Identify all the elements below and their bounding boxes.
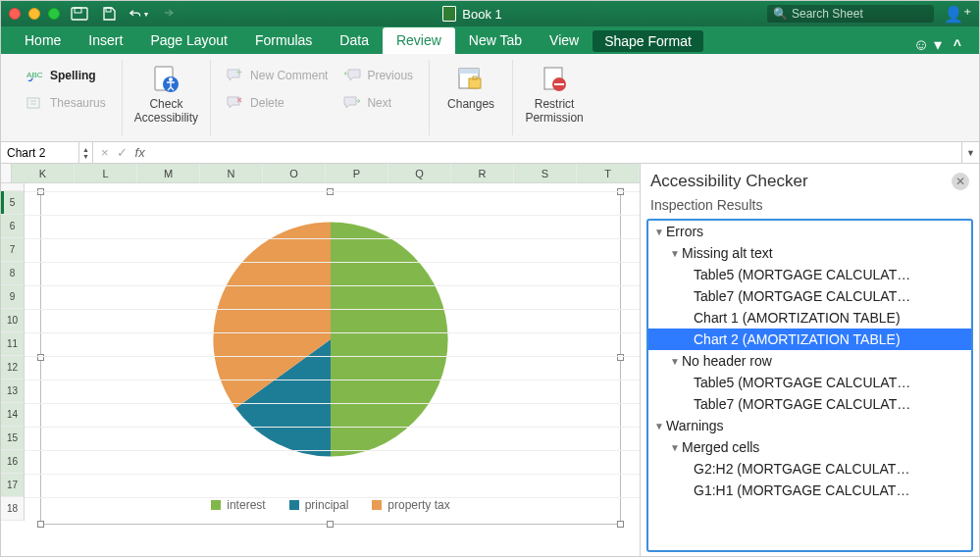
row-header[interactable]: 11: [1, 332, 24, 356]
column-header[interactable]: T: [577, 164, 640, 182]
column-header[interactable]: M: [137, 164, 200, 182]
column-header[interactable]: N: [200, 164, 263, 182]
column-header[interactable]: Q: [388, 164, 451, 182]
column-header[interactable]: K: [12, 164, 75, 182]
enter-formula-icon[interactable]: ✓: [117, 145, 128, 160]
tree-group[interactable]: ▼Warnings: [648, 415, 971, 436]
row-header[interactable]: 5: [1, 191, 24, 215]
tree-item[interactable]: G2:H2 (MORTGAGE CALCULAT…: [648, 458, 971, 480]
row-header[interactable]: 18: [1, 497, 24, 521]
undo-icon[interactable]: ▾: [129, 5, 148, 23]
autosave-icon[interactable]: [70, 5, 89, 23]
legend-item[interactable]: property tax: [372, 498, 449, 512]
restrict-permission-button[interactable]: Restrict Permission: [525, 60, 584, 126]
tab-review[interactable]: Review: [383, 27, 455, 54]
disclosure-triangle-icon[interactable]: ▼: [670, 356, 680, 367]
row-header[interactable]: 16: [1, 450, 24, 474]
tree-item[interactable]: Table5 (MORTGAGE CALCULAT…: [648, 372, 971, 393]
changes-button[interactable]: Changes: [441, 60, 500, 112]
tab-insert[interactable]: Insert: [75, 27, 136, 54]
disclosure-triangle-icon[interactable]: ▼: [670, 248, 680, 259]
tree-item[interactable]: Table5 (MORTGAGE CALCULAT…: [648, 264, 971, 285]
legend-item[interactable]: principal: [289, 498, 349, 512]
worksheet[interactable]: KLMNOPQRST 56789101112131415161718 inter…: [1, 164, 640, 557]
resize-handle[interactable]: [617, 521, 624, 528]
row-header[interactable]: 15: [1, 427, 24, 450]
row-header[interactable]: 9: [1, 285, 24, 309]
formula-input[interactable]: [153, 142, 961, 163]
legend-item[interactable]: interest: [211, 498, 265, 512]
tree-item[interactable]: G1:H1 (MORTGAGE CALCULAT…: [648, 480, 971, 501]
column-header[interactable]: L: [75, 164, 137, 182]
column-header[interactable]: O: [263, 164, 326, 182]
cancel-formula-icon[interactable]: ×: [101, 145, 109, 160]
pane-subtitle: Inspection Results: [641, 193, 979, 219]
disclosure-triangle-icon[interactable]: ▼: [654, 421, 664, 431]
row-header[interactable]: 8: [1, 262, 24, 285]
tab-view[interactable]: View: [536, 27, 593, 54]
tab-home[interactable]: Home: [11, 27, 75, 54]
pie-slice[interactable]: [331, 222, 448, 456]
row-header[interactable]: 10: [1, 309, 24, 332]
row-header[interactable]: [1, 183, 24, 191]
search-sheet[interactable]: 🔍 Search Sheet: [767, 5, 934, 23]
row-header[interactable]: 6: [1, 215, 24, 238]
disclosure-triangle-icon[interactable]: ▼: [670, 442, 680, 453]
save-icon[interactable]: [99, 5, 119, 23]
expand-formula-bar-icon[interactable]: ▼: [961, 142, 979, 163]
tree-group[interactable]: ▼Errors: [648, 221, 971, 242]
select-all-corner[interactable]: [1, 164, 12, 182]
tree-item[interactable]: Table7 (MORTGAGE CALCULAT…: [648, 393, 971, 415]
disclosure-triangle-icon[interactable]: ▼: [654, 227, 664, 237]
tab-shape-format[interactable]: Shape Format: [593, 30, 703, 52]
feedback-icon[interactable]: ☺ ▾: [913, 35, 942, 54]
tab-formulas[interactable]: Formulas: [241, 27, 326, 54]
fx-icon[interactable]: fx: [135, 145, 145, 160]
redo-icon[interactable]: [158, 5, 178, 23]
resize-handle[interactable]: [37, 521, 44, 528]
zoom-window-icon[interactable]: [48, 8, 60, 20]
row-header[interactable]: 7: [1, 238, 24, 262]
new-comment-button[interactable]: + New Comment: [223, 64, 332, 87]
tree-item[interactable]: Chart 1 (AMORTIZATION TABLE): [648, 307, 971, 329]
restrict-label: Restrict Permission: [525, 98, 583, 126]
name-box[interactable]: Chart 2: [1, 142, 79, 163]
delete-comment-button[interactable]: Delete: [223, 91, 332, 115]
name-box-spinner[interactable]: ▲▼: [79, 142, 93, 163]
chart-object[interactable]: interestprincipalproperty tax: [40, 191, 621, 525]
column-header[interactable]: S: [514, 164, 577, 182]
tab-new-tab[interactable]: New Tab: [455, 27, 536, 54]
share-icon[interactable]: 👤⁺: [944, 5, 971, 24]
group-protect: Restrict Permission: [513, 60, 595, 135]
svg-text:+: +: [236, 69, 242, 77]
quick-access-toolbar: ▾: [70, 5, 178, 23]
next-comment-button[interactable]: Next: [339, 91, 417, 115]
minimize-window-icon[interactable]: [28, 8, 40, 20]
check-accessibility-button[interactable]: Check Accessibility: [134, 60, 198, 126]
tree-group[interactable]: ▼No header row: [648, 350, 971, 372]
thesaurus-button[interactable]: Thesaurus: [23, 91, 110, 115]
row-header[interactable]: 17: [1, 474, 24, 497]
close-window-icon[interactable]: [9, 8, 21, 20]
collapse-ribbon-icon[interactable]: ^: [954, 37, 961, 53]
resize-handle[interactable]: [327, 521, 334, 528]
spelling-button[interactable]: ABC Spelling: [23, 64, 110, 87]
cell-grid[interactable]: interestprincipalproperty tax: [25, 183, 640, 521]
search-placeholder: Search Sheet: [792, 7, 863, 21]
inspection-tree[interactable]: ▼Errors▼Missing alt textTable5 (MORTGAGE…: [646, 219, 973, 552]
tab-data[interactable]: Data: [326, 27, 383, 54]
spelling-label: Spelling: [50, 69, 96, 82]
tree-item[interactable]: Chart 2 (AMORTIZATION TABLE): [648, 329, 971, 350]
pane-close-icon[interactable]: ✕: [952, 173, 969, 190]
column-header[interactable]: P: [326, 164, 388, 182]
row-header[interactable]: 12: [1, 356, 24, 380]
column-header[interactable]: R: [451, 164, 514, 182]
row-headers: 56789101112131415161718: [1, 183, 25, 521]
tree-group[interactable]: ▼Merged cells: [648, 436, 971, 458]
row-header[interactable]: 14: [1, 403, 24, 427]
previous-comment-button[interactable]: Previous: [339, 64, 417, 87]
tree-item[interactable]: Table7 (MORTGAGE CALCULAT…: [648, 285, 971, 307]
row-header[interactable]: 13: [1, 380, 24, 403]
tree-group[interactable]: ▼Missing alt text: [648, 242, 971, 264]
tab-page-layout[interactable]: Page Layout: [136, 27, 241, 54]
